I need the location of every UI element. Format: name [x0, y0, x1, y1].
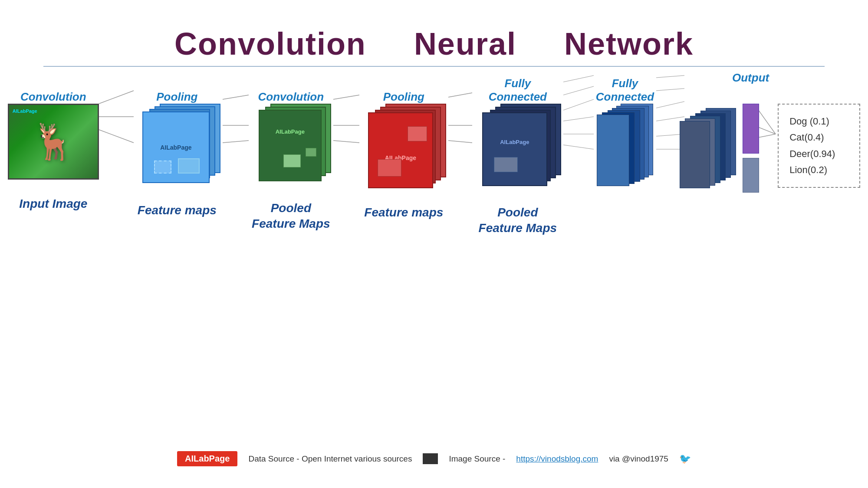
red-roi-2 [378, 159, 401, 177]
fc2-stack [680, 108, 736, 188]
output-label: Output [732, 71, 769, 85]
diagram-row: Convolution 🦌 AILabPage Input Image [0, 73, 868, 236]
darkblue-stack-visual: AILabPage [474, 104, 561, 188]
title-word2: Neural [414, 26, 516, 61]
red-bottom-label: Feature maps [364, 196, 443, 229]
feature-maps-label-2: Feature maps [364, 205, 443, 220]
output-item-dog: Dog (0.1) [789, 113, 848, 129]
input-image-box: 🦌 AILabPage [8, 104, 99, 180]
connector-svg-2 [223, 73, 249, 160]
fc1-stack [597, 104, 653, 184]
green-card-main: AILabPage [259, 110, 322, 181]
label-fc2: FullyConnected [596, 73, 654, 104]
image-source-text: Image Source - [449, 454, 505, 464]
connector-4 [446, 73, 474, 160]
svg-line-11 [448, 141, 472, 143]
blue-roi-1 [154, 160, 171, 174]
stage-input: Convolution 🦌 AILabPage Input Image [8, 73, 99, 220]
connector-svg-3 [333, 73, 359, 160]
stage-fc1: FullyConnected [596, 73, 654, 224]
output-label-row: Output [687, 73, 752, 104]
red-card-main: AILabPage [368, 112, 433, 188]
pooled-feature-maps-label-1: PooledFeature Maps [252, 200, 330, 232]
fc1-card-6 [597, 115, 629, 186]
label-fc1: FullyConnected [489, 73, 547, 104]
red-stack: AILabPage [362, 104, 446, 188]
green-stack-visual: AILabPage [251, 104, 331, 184]
fc2-stack-visual [680, 104, 759, 193]
darkblue-card-main: AILabPage [482, 112, 547, 186]
darkblue-bottom-label: PooledFeature Maps [479, 196, 557, 236]
gray-block [743, 158, 759, 193]
label-convolution1: Convolution [20, 73, 86, 104]
convolution1-label: Convolution [20, 90, 86, 104]
footer: AILabPage Data Source - Open Internet va… [0, 451, 868, 466]
svg-line-9 [448, 93, 472, 97]
svg-line-15 [563, 117, 594, 121]
svg-line-3 [223, 95, 249, 99]
vinods-blog-link[interactable]: https://vinodsblog.com [516, 454, 598, 464]
stage-darkblue-pooled: FullyConnected AILabPage PooledFeature M… [474, 73, 561, 236]
red-stack-visual: AILabPage [362, 104, 446, 188]
output-item-lion: Lion(0.2) [789, 162, 848, 178]
svg-line-8 [333, 141, 359, 143]
darkblue-stack: AILabPage [474, 104, 561, 188]
darkblue-main-label: AILabPage [500, 139, 529, 145]
input-bottom-label: Input Image [19, 187, 87, 220]
feature-maps-label-1: Feature maps [138, 203, 217, 218]
input-label-text: Input Image [19, 196, 87, 212]
label-pooling1: Pooling [156, 73, 197, 104]
green-stack: AILabPage [251, 104, 331, 184]
thumbnail-icon [423, 453, 438, 464]
ailabpage-badge: AILabPage [177, 451, 237, 466]
deer-emoji: 🦌 [32, 121, 75, 162]
svg-line-5 [223, 141, 249, 143]
fc1-label: FullyConnected [489, 77, 547, 104]
output-box-visual: Dog (0.1) Cat(0.4) Deer(0.94) Lion(0.2) [778, 104, 860, 188]
fc2-label: FullyConnected [596, 77, 654, 104]
connector-3 [331, 73, 362, 160]
blue-stack-visual: AILabPage [134, 104, 220, 186]
label-convolution2: Convolution [258, 73, 324, 104]
blue-main-label: AILabPage [160, 144, 191, 151]
stage-blue-feature: Pooling AILabPage Feature maps [134, 73, 220, 226]
title-word3: Network [564, 26, 694, 61]
svg-line-13 [563, 86, 594, 95]
svg-line-2 [99, 130, 134, 143]
svg-line-17 [563, 145, 594, 149]
pooled-feature-maps-label-2: PooledFeature Maps [479, 205, 557, 236]
svg-line-12 [563, 75, 594, 82]
main-title: Convolution Neural Network [0, 26, 868, 62]
darkblue-roi [494, 157, 518, 172]
green-roi [283, 154, 301, 167]
green-bottom-label: PooledFeature Maps [252, 192, 330, 232]
input-watermark: AILabPage [13, 108, 37, 114]
fc1-stack-visual [597, 104, 653, 184]
blue-bottom-label: Feature maps [138, 194, 217, 226]
svg-line-14 [563, 99, 594, 110]
green-small-roi [306, 148, 316, 157]
title-section: Convolution Neural Network [0, 26, 868, 67]
convolution2-label: Convolution [258, 90, 324, 104]
stage-green-pooled: Convolution AILabPage PooledFeature Maps [251, 73, 331, 232]
svg-line-6 [333, 95, 359, 99]
fc2-card-6 [680, 121, 710, 188]
connector-svg-1 [99, 73, 134, 160]
svg-line-0 [99, 91, 134, 104]
purple-block [743, 104, 759, 154]
deer-image: 🦌 [9, 105, 98, 178]
connector-2 [220, 73, 251, 160]
red-roi-1 [408, 126, 427, 141]
connector-svg-4 [448, 73, 472, 160]
connector-1 [99, 73, 134, 160]
subtitle-line [43, 66, 825, 67]
pooling1-label: Pooling [156, 90, 197, 104]
stage-fc2: Output [687, 73, 752, 233]
input-image-visual: 🦌 AILabPage [8, 104, 99, 180]
via-text: via @vinod1975 [609, 454, 668, 464]
connector-svg-5 [563, 73, 594, 169]
blue-card-main: AILabPage [142, 111, 210, 183]
blue-stack: AILabPage [134, 104, 220, 186]
stage-output: Dog (0.1) Cat(0.4) Deer(0.94) Lion(0.2) [778, 73, 860, 228]
output-item-cat: Cat(0.4) [789, 129, 848, 145]
